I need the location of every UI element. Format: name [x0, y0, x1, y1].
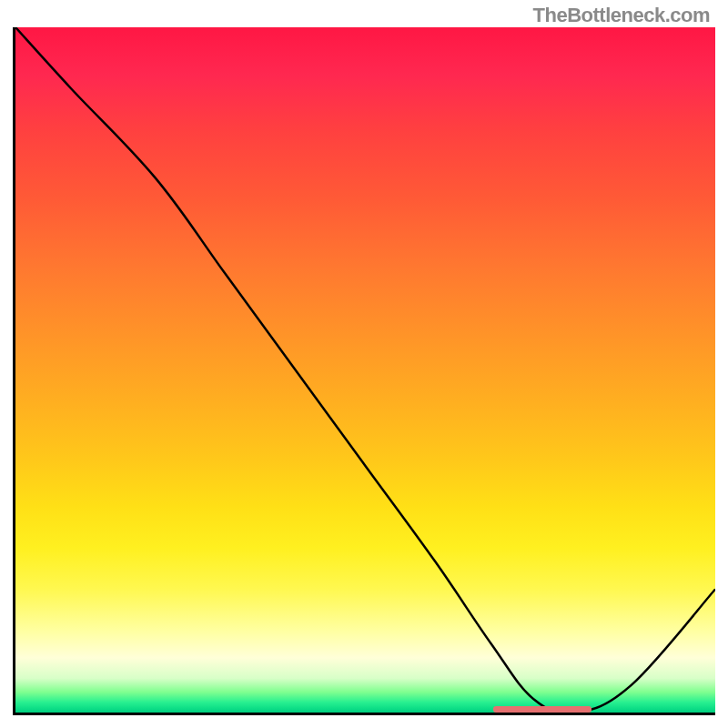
attribution-text: TheBottleneck.com — [533, 4, 710, 27]
optimal-range-marker — [493, 706, 592, 713]
bottleneck-curve-line — [15, 27, 715, 713]
bottleneck-curve-svg — [15, 27, 715, 713]
chart-plot-area — [13, 27, 715, 715]
